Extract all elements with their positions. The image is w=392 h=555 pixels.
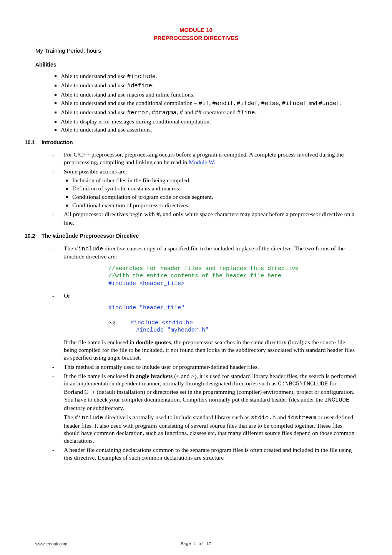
abilities-heading: Abilities: [35, 62, 357, 68]
code2-line-3: #include "myheader.h": [136, 327, 209, 333]
section-10-1-num: 10.1: [25, 139, 40, 146]
section-10-2-num: 10.2: [25, 233, 40, 240]
text-run: .: [340, 100, 342, 106]
footer-page: Page 1 of 17: [0, 541, 392, 547]
ability-item: Able to understand and use macros and in…: [61, 90, 357, 99]
text-run: #ifndef: [282, 100, 307, 107]
text-run: #endif: [212, 100, 234, 107]
text-run: #undef: [319, 100, 340, 107]
section-10-1-after-list: All preprocessor directives begin with #…: [51, 210, 357, 227]
text-run: iostream: [287, 414, 316, 421]
text-run: #include: [75, 245, 103, 252]
list-item: All preprocessor directives begin with #…: [51, 210, 357, 227]
text-run: stdio.h: [251, 414, 276, 421]
section-10-2-lead: The #include directive causes copy of a …: [51, 244, 357, 262]
text-run: #ifdef: [237, 100, 258, 107]
text-run: ##: [195, 109, 202, 116]
training-period: My Training Period: hours: [35, 47, 357, 54]
text-run: double quotes: [136, 339, 171, 345]
text-run: .: [255, 109, 256, 115]
text-run: angle brackets: [136, 373, 173, 379]
list-item: If the file name is enclosed in angle br…: [51, 372, 357, 413]
section-10-1-inner-list: Inclusion of other files in the file bei…: [72, 176, 357, 210]
or-text: Or: [64, 292, 70, 299]
text-run: directive is normally used to include st…: [103, 414, 251, 420]
text-run: operators and: [202, 109, 237, 115]
text-run: Module W: [189, 159, 214, 165]
text-run: Able to understand and use: [61, 109, 127, 115]
text-run: #include: [127, 73, 156, 80]
text-run: #: [156, 211, 160, 218]
section-10-1-outer-list: For C/C++ preprocessor, preprocessing oc…: [51, 150, 357, 176]
text-run: Able to understand and use macros and in…: [61, 91, 194, 98]
ability-item: Able to understand and use #error, #prag…: [61, 108, 357, 117]
or-item: Or: [51, 291, 357, 300]
or-list: Or: [51, 291, 357, 300]
text-run: and: [276, 414, 287, 420]
section-10-2-tail-list: If the file name is enclosed in double q…: [51, 338, 357, 462]
section-10-2-title-pre: The: [42, 233, 53, 239]
list-item: If the file name is enclosed in double q…: [51, 338, 357, 362]
list-item: This method is normally used to include …: [51, 362, 357, 372]
ability-item: Able to display error messages during co…: [61, 117, 357, 126]
code1-comment-1: //searches for header files and replaces…: [108, 265, 299, 272]
text-run: and: [307, 100, 319, 106]
text-run: Some possible actions are:: [64, 168, 127, 175]
text-run: ,: [234, 100, 237, 106]
text-run: Able to understand and use: [61, 73, 127, 79]
ability-item: Able to understand and use assertions.: [61, 125, 357, 134]
text-run: If the file name is enclosed in: [64, 339, 136, 345]
text-run: #define: [127, 82, 152, 89]
list-item: Some possible actions are:: [51, 167, 357, 176]
list-item: For C/C++ preprocessor, preprocessing oc…: [51, 150, 357, 167]
text-run: C:\BC5\INCLUDE: [278, 380, 328, 387]
text-run: #line: [237, 109, 255, 116]
text-run: directory or subdirectory.: [64, 405, 124, 411]
section-10-2-title-post: Preprocessor Directive: [78, 233, 139, 239]
text-run: INCLUDE: [324, 397, 349, 403]
list-item: Inclusion of other files in the file bei…: [72, 176, 357, 185]
list-item: A header file containing declarations co…: [51, 445, 357, 462]
title-line2: PREPROCESSOR DIRECTIVES: [35, 34, 357, 42]
doc-title-block: MODULE 10 PREPROCESSOR DIRECTIVES: [35, 26, 357, 42]
ability-item: Able to understand and use #define.: [61, 81, 357, 90]
text-run: and: [183, 109, 194, 115]
code-block-1: //searches for header files and replaces…: [108, 265, 357, 287]
text-run: Able to understand and use the condition…: [61, 100, 199, 106]
text-run: If the file name is enclosed in: [64, 373, 136, 379]
text-run: #error: [127, 109, 149, 116]
text-run: Able to understand and use assertions.: [61, 126, 152, 133]
text-run: A header file containing declarations co…: [64, 447, 352, 461]
section-10-2-title-code: #include: [53, 233, 78, 239]
text-run: Able to understand and use: [61, 82, 127, 88]
code2-line-1: #include "header_file": [108, 305, 184, 311]
section-10-1-title: Introduction: [42, 139, 73, 145]
text-run: The: [64, 414, 75, 420]
text-run: directive causes copy of a specified fil…: [64, 245, 345, 260]
text-run: .: [152, 82, 154, 88]
code2-line-2: #include <stdio.h>: [131, 320, 193, 326]
text-run: Able to display error messages during co…: [61, 118, 211, 125]
code-block-2: #include "header_file" e.g. #include <st…: [108, 304, 357, 334]
code1-line-3: #include <header_file>: [108, 280, 184, 287]
ability-item: Able to understand and use the condition…: [61, 99, 357, 108]
text-run: ,: [279, 100, 282, 106]
list-item: Conditional execution of preprocessor di…: [72, 201, 357, 210]
text-run: This method is normally used to include …: [64, 363, 259, 370]
section-10-1-heading: 10.1 Introduction: [25, 139, 357, 146]
text-run: ,: [176, 109, 179, 115]
text-run: .: [214, 159, 215, 165]
ability-item: Able to understand and use #include.: [61, 72, 357, 81]
text-run: The: [64, 245, 75, 252]
code1-comment-2: //with the entire contents of the header…: [108, 273, 281, 279]
text-run: #if: [199, 100, 209, 107]
list-item: Conditional compilation of program code …: [72, 193, 357, 201]
list-item: The #include directive is normally used …: [51, 413, 357, 445]
code2-eg: e.g.: [108, 319, 117, 325]
text-run: #else: [261, 100, 279, 107]
section-10-2-heading: 10.2 The #include Preprocessor Directive: [25, 233, 357, 240]
title-line1: MODULE 10: [35, 26, 357, 33]
list-item: Definition of symbolic constants and mac…: [72, 184, 357, 193]
abilities-list: Able to understand and use #include.Able…: [61, 72, 357, 134]
text-run: #include: [75, 414, 103, 421]
